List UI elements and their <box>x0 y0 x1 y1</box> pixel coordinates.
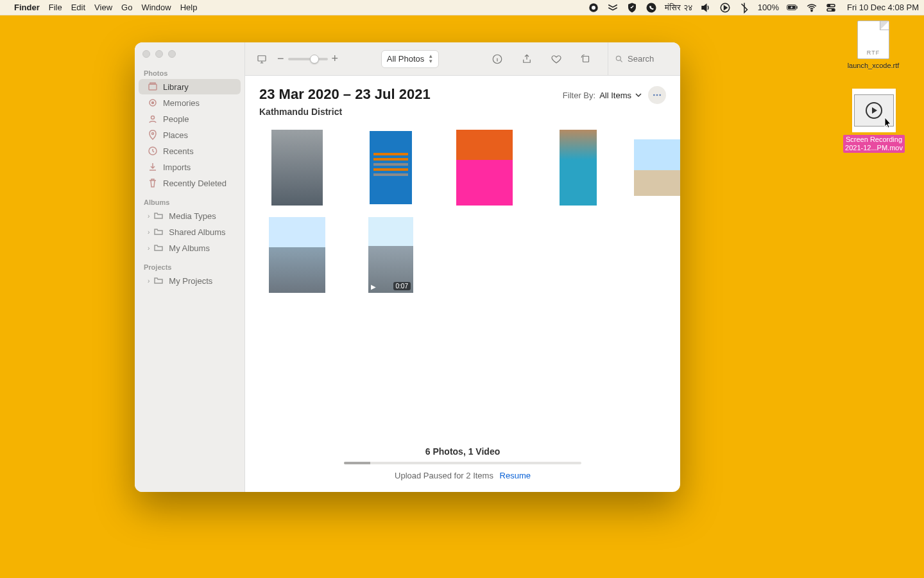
now-playing-icon[interactable] <box>719 2 731 13</box>
menu-clock[interactable]: Fri 10 Dec 4:08 PM <box>847 3 919 12</box>
chevron-right-icon: › <box>148 229 150 236</box>
svg-point-24 <box>656 94 658 96</box>
chevron-right-icon: › <box>148 213 150 220</box>
menu-bar-left: Finder File Edit View Go Window Help <box>5 3 197 12</box>
file-type-badge: RTF <box>858 49 889 56</box>
footer: 6 Photos, 1 Video Upload Paused for 2 It… <box>245 439 680 492</box>
photo-thumbnail[interactable] <box>634 130 680 206</box>
sidebar-item-imports[interactable]: Imports <box>139 159 241 175</box>
svg-point-10 <box>828 4 830 6</box>
zoom-slider[interactable] <box>288 58 328 60</box>
filter-control[interactable]: Filter By: All Items <box>563 91 642 100</box>
svg-point-1 <box>592 6 595 10</box>
places-icon <box>148 130 158 140</box>
shield-icon[interactable] <box>626 2 638 13</box>
sidebar-item-label: Shared Albums <box>169 227 225 237</box>
menu-window[interactable]: Window <box>141 3 171 12</box>
play-icon <box>866 102 882 119</box>
zoom-control: − + <box>277 52 338 66</box>
sidebar-item-recently-deleted[interactable]: Recently Deleted <box>139 175 241 191</box>
folder-icon <box>153 227 164 237</box>
desktop-file-rtf[interactable]: RTF launch_xcode.rtf <box>838 21 909 70</box>
ellipsis-icon <box>652 90 662 100</box>
main-content: − + All Photos ▲▼ 23 Mar <box>245 42 680 492</box>
slideshow-button[interactable] <box>253 50 271 68</box>
photo-thumbnail[interactable] <box>259 217 335 293</box>
sidebar-item-library[interactable]: Library <box>139 79 241 94</box>
minimize-window-button[interactable] <box>155 50 163 58</box>
menu-app-name[interactable]: Finder <box>14 3 40 12</box>
photo-thumbnail[interactable] <box>353 130 429 206</box>
resume-upload-link[interactable]: Resume <box>500 471 531 480</box>
cursor-icon <box>884 117 892 128</box>
sidebar-item-label: Places <box>163 130 188 140</box>
sidebar-item-label: Recents <box>163 146 194 156</box>
menu-help[interactable]: Help <box>180 3 198 12</box>
volume-icon[interactable] <box>700 2 712 13</box>
photos-window: Photos Library Memories People Places Re… <box>135 42 680 492</box>
menu-go[interactable]: Go <box>121 3 132 12</box>
desktop-file-video-label: Screen Recording2021-12...PM.mov <box>843 135 905 153</box>
menu-file[interactable]: File <box>49 3 62 12</box>
video-thumbnail[interactable]: ▶ 0:07 <box>353 217 429 293</box>
window-traffic-lights <box>135 50 244 67</box>
sidebar: Photos Library Memories People Places Re… <box>135 42 245 492</box>
battery-charging-icon <box>787 2 798 13</box>
page-title: 23 Mar 2020 – 23 Jul 2021 <box>259 86 431 103</box>
menu-edit[interactable]: Edit <box>71 3 85 12</box>
rotate-button[interactable] <box>577 50 595 68</box>
fullscreen-window-button[interactable] <box>168 50 176 58</box>
svg-rect-21 <box>583 56 589 62</box>
zoom-in-button[interactable]: + <box>332 52 339 66</box>
document-icon: RTF <box>857 21 889 59</box>
upload-status-text: Upload Paused for 2 Items <box>395 471 493 480</box>
sidebar-item-media-types[interactable]: › Media Types <box>139 208 241 223</box>
photo-grid: ▶ 0:07 <box>245 117 680 306</box>
search-icon <box>615 55 624 64</box>
more-options-button[interactable] <box>648 86 666 104</box>
close-window-button[interactable] <box>142 50 150 58</box>
share-button[interactable] <box>518 50 536 68</box>
menu-bar-right: मंसिर २४ 100% Fri 10 Dec 4:08 PM <box>588 2 919 13</box>
svg-point-16 <box>151 116 155 119</box>
favorite-button[interactable] <box>547 50 565 68</box>
view-selector[interactable]: All Photos ▲▼ <box>381 50 439 68</box>
photo-thumbnail[interactable] <box>540 130 616 206</box>
sidebar-item-label: Imports <box>163 162 191 172</box>
sidebar-item-label: My Albums <box>169 243 210 253</box>
sidebar-item-my-albums[interactable]: › My Albums <box>139 240 241 256</box>
control-center-icon[interactable] <box>825 2 837 13</box>
menu-nepali-date[interactable]: मंसिर २४ <box>665 3 692 13</box>
bluetooth-icon[interactable] <box>739 2 750 13</box>
battery-percentage[interactable]: 100% <box>758 3 779 12</box>
svg-point-17 <box>152 133 154 135</box>
menu-view[interactable]: View <box>94 3 112 12</box>
sidebar-item-label: Library <box>163 82 189 92</box>
sidebar-item-recents[interactable]: Recents <box>139 143 241 159</box>
tray-icon[interactable] <box>607 2 619 13</box>
record-status-icon[interactable] <box>588 2 599 13</box>
search-field[interactable] <box>608 42 672 76</box>
chevron-down-icon <box>635 92 642 98</box>
info-button[interactable] <box>488 50 506 68</box>
video-icon: ▶ <box>371 283 376 290</box>
sidebar-item-my-projects[interactable]: › My Projects <box>139 273 241 288</box>
sidebar-item-shared-albums[interactable]: › Shared Albums <box>139 224 241 240</box>
sidebar-item-people[interactable]: People <box>139 111 241 127</box>
desktop-file-video[interactable]: Screen Recording2021-12...PM.mov <box>835 87 912 153</box>
filter-prefix: Filter By: <box>563 91 595 100</box>
wifi-icon[interactable] <box>806 2 817 13</box>
sidebar-item-memories[interactable]: Memories <box>139 95 241 110</box>
svg-point-15 <box>152 102 154 104</box>
photo-thumbnail[interactable] <box>259 130 335 206</box>
memories-icon <box>148 98 158 108</box>
sidebar-item-places[interactable]: Places <box>139 127 241 143</box>
sidebar-section-photos: Photos <box>135 67 244 78</box>
svg-point-22 <box>616 56 620 60</box>
photo-thumbnail[interactable] <box>447 130 522 206</box>
zoom-out-button[interactable]: − <box>277 52 284 66</box>
folder-icon <box>153 243 164 253</box>
viber-icon[interactable] <box>646 2 657 13</box>
svg-point-23 <box>653 94 655 96</box>
search-input[interactable] <box>628 54 672 64</box>
